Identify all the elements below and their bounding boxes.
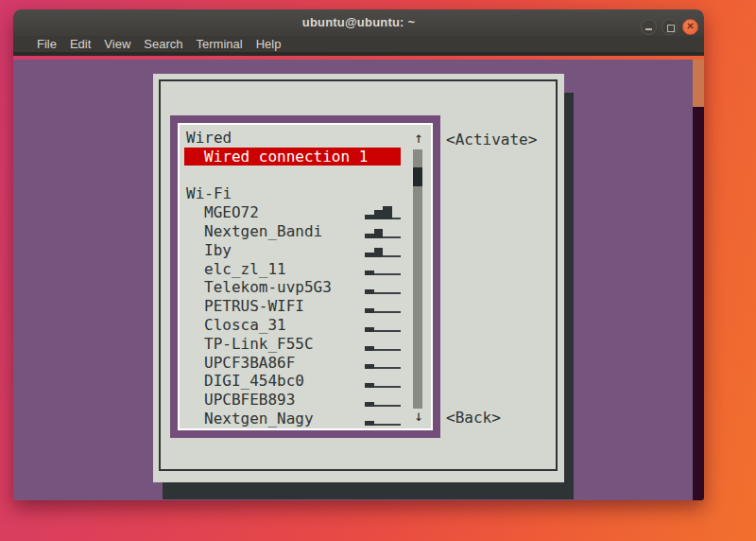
list-item[interactable]: MGEO72 (180, 203, 431, 222)
connection-listbox[interactable]: WiredWired connection 1Wi-FiMGEO72Nextge… (170, 115, 440, 438)
signal-strength-icon (365, 346, 401, 351)
menu-terminal[interactable]: Terminal (190, 34, 249, 54)
signal-strength-icon (365, 229, 401, 238)
window-controls: ✕ (641, 19, 698, 35)
scroll-down-icon[interactable]: ↓ (409, 407, 428, 425)
list-section-header: Wired (180, 129, 431, 148)
list-section-header: Wi-Fi (180, 184, 431, 203)
connection-listbox-inner: WiredWired connection 1Wi-FiMGEO72Nextge… (178, 123, 433, 430)
signal-strength-icon (365, 364, 401, 369)
signal-strength-icon (365, 402, 401, 407)
menu-edit[interactable]: Edit (63, 34, 97, 54)
connection-name: Nextgen_Bandi (204, 222, 322, 240)
terminal-scrollbar-thumb[interactable] (693, 60, 704, 107)
list-item[interactable]: PETRUS-WIFI (180, 297, 431, 316)
list-item[interactable]: Closca_31 (180, 316, 431, 335)
signal-strength-icon (365, 248, 401, 257)
list-item[interactable]: TP-Link_F55C (180, 335, 431, 354)
minimize-button[interactable] (641, 19, 657, 35)
connection-name: elc_zl_11 (204, 260, 286, 278)
list-item[interactable]: UPCF3BA86F (180, 354, 431, 373)
maximize-button[interactable] (662, 19, 678, 35)
connection-name: PETRUS-WIFI (204, 297, 304, 315)
maximize-icon (667, 25, 675, 32)
list-item[interactable]: Nextgen_Bandi (180, 222, 431, 241)
list-item[interactable]: Wired connection 1 (180, 148, 431, 166)
signal-strength-icon (365, 308, 401, 313)
signal-strength-icon (365, 289, 401, 294)
menu-help[interactable]: Help (249, 34, 288, 54)
connection-name: TP-Link_F55C (204, 335, 314, 353)
activate-button[interactable]: <Activate> (446, 131, 537, 148)
menu-file[interactable]: File (30, 34, 63, 54)
list-scrollbar[interactable] (413, 149, 422, 409)
list-item[interactable]: Iby (180, 241, 431, 260)
signal-strength-icon (365, 421, 401, 426)
connection-name: Iby (204, 241, 232, 259)
connection-name: MGEO72 (204, 203, 259, 221)
back-button[interactable]: <Back> (446, 409, 501, 427)
connection-name: DIGI_454bc0 (204, 372, 304, 390)
terminal-scrollbar[interactable] (693, 60, 704, 500)
list-item[interactable]: Telekom-uvp5G3 (180, 278, 431, 297)
signal-strength-icon (365, 327, 401, 332)
list-scrollbar-thumb[interactable] (413, 167, 422, 186)
desktop-wallpaper: ubuntu@ubuntu: ~ ✕ File Edit View Search… (0, 0, 756, 541)
connection-name: Wi-Fi (186, 184, 232, 202)
minimize-icon (645, 28, 652, 30)
close-button[interactable]: ✕ (682, 19, 698, 35)
connection-name: Wired connection 1 (204, 148, 368, 166)
connection-name: UPCF3BA86F (204, 354, 295, 372)
connection-name: Wired (186, 129, 232, 147)
window-title: ubuntu@ubuntu: ~ (13, 15, 704, 29)
list-item[interactable]: Nextgen_Nagy (180, 410, 431, 428)
connection-name: Closca_31 (204, 316, 286, 334)
list-item[interactable]: UPCBFEB893 (180, 391, 431, 410)
terminal-menubar: File Edit View Search Terminal Help (13, 36, 704, 56)
signal-strength-icon (365, 383, 401, 388)
connection-name: Nextgen_Nagy (204, 410, 314, 428)
menu-view[interactable]: View (97, 34, 137, 54)
list-item[interactable]: elc_zl_11 (180, 260, 431, 279)
scroll-up-icon[interactable]: ↑ (409, 129, 428, 147)
signal-strength-icon (365, 270, 401, 275)
signal-strength-icon (365, 206, 401, 219)
window-titlebar[interactable]: ubuntu@ubuntu: ~ ✕ (13, 9, 704, 36)
connection-name: Telekom-uvp5G3 (204, 278, 332, 296)
menu-search[interactable]: Search (137, 34, 189, 54)
connection-name: UPCBFEB893 (204, 391, 295, 409)
list-item[interactable]: DIGI_454bc0 (180, 372, 431, 391)
close-icon: ✕ (683, 21, 697, 31)
list-spacer (180, 166, 431, 185)
connection-list: WiredWired connection 1Wi-FiMGEO72Nextge… (180, 125, 431, 428)
